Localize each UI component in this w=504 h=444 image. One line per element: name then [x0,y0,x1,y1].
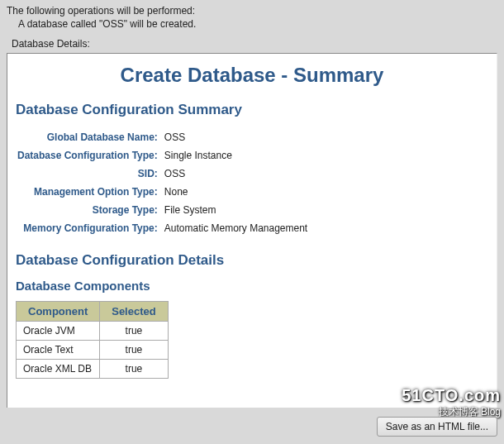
database-details-label: Database Details: [12,38,497,50]
summary-label: Database Configuration Type: [16,146,163,165]
summary-value: None [163,183,311,201]
summary-label: Global Database Name: [16,128,163,146]
component-name: Oracle JVM [17,322,100,341]
intro-line1: The following operations will be perform… [7,5,497,17]
table-row: Memory Configuration Type: Automatic Mem… [16,219,311,237]
summary-label: SID: [16,165,163,183]
summary-value: OSS [163,165,311,183]
page-title: Create Database - Summary [16,64,488,87]
section-config-details: Database Configuration Details [16,252,488,269]
table-row: SID: OSS [16,165,311,183]
subsection-components: Database Components [16,279,488,293]
summary-label: Storage Type: [16,201,163,219]
summary-value: OSS [163,128,311,146]
component-name: Oracle XML DB [17,360,100,379]
summary-table: Global Database Name: OSS Database Confi… [16,128,311,237]
table-row: Oracle Text true [17,341,169,360]
table-row: Global Database Name: OSS [16,128,311,146]
table-row: Database Configuration Type: Single Inst… [16,146,311,165]
summary-value: Automatic Memory Management [163,219,311,237]
summary-value: Single Instance [163,146,311,165]
component-name: Oracle Text [17,341,100,360]
component-selected: true [100,341,168,360]
section-config-summary: Database Configuration Summary [16,102,488,118]
summary-label: Management Option Type: [16,183,163,201]
save-as-html-button[interactable]: Save as an HTML file... [377,417,497,437]
table-row: Oracle JVM true [17,322,169,341]
component-selected: true [100,322,168,341]
components-table: Component Selected Oracle JVM true Oracl… [16,301,169,379]
table-row: Management Option Type: None [16,183,311,201]
component-selected: true [100,360,168,379]
summary-value: File System [163,201,311,219]
table-row: Storage Type: File System [16,201,311,219]
details-scroll-pane[interactable]: Create Database - Summary Database Confi… [7,53,497,408]
intro-line2: A database called "OSS" will be created. [18,18,497,30]
summary-label: Memory Configuration Type: [16,219,163,237]
components-header-name: Component [17,302,100,322]
components-header-selected: Selected [100,302,168,322]
table-row: Oracle XML DB true [17,360,169,379]
